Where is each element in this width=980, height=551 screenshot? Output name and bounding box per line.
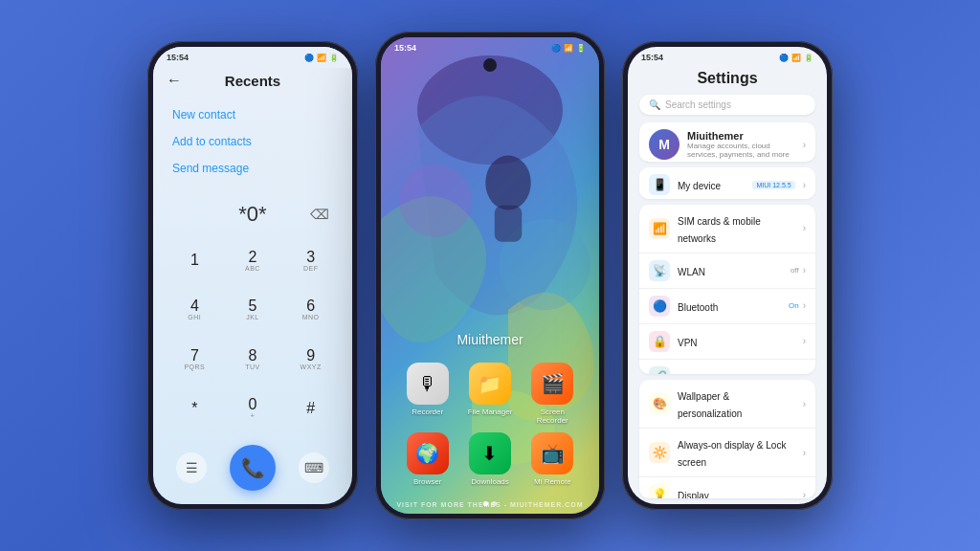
wallpaper-label: Wallpaper & personalization — [678, 391, 742, 419]
miremote-icon: 📺 — [531, 432, 573, 474]
recents-header: ← Recents — [153, 68, 352, 97]
chevron-right-icon: › — [803, 371, 806, 374]
dial-key-2[interactable]: 2ABC — [225, 238, 281, 282]
bluetooth-icon: 🔵 — [649, 296, 670, 317]
always-on-label: Always-on display & Lock screen — [678, 440, 786, 468]
chevron-right-icon: › — [803, 336, 806, 346]
sim-label: SIM cards & mobile networks — [678, 216, 761, 244]
dial-key-1[interactable]: 1 — [167, 238, 223, 282]
connection-text: Connection & sharing — [678, 368, 795, 375]
delete-button[interactable]: ⌫ — [310, 207, 329, 222]
call-button[interactable]: 📞 — [230, 445, 276, 491]
chevron-right-icon: › — [803, 180, 806, 190]
camera-notch — [483, 58, 497, 72]
dial-key-8[interactable]: 8TUV — [225, 337, 281, 381]
always-on-icon: 🔆 — [649, 442, 670, 463]
chevron-right-icon: › — [803, 140, 806, 150]
dial-key-9[interactable]: 9WXYZ — [282, 337, 339, 381]
chevron-right-icon: › — [803, 490, 806, 498]
dial-display: *0* ⌫ — [153, 187, 352, 234]
dial-pad: 1 2ABC 3DEF 4GHI 5JKL 6MNO 7PQRS 8TUV 9W… — [153, 234, 352, 437]
username-label: Miuithemer — [381, 332, 599, 355]
new-contact-button[interactable]: New contact — [172, 102, 333, 127]
sim-text: SIM cards & mobile networks — [678, 211, 795, 246]
wlan-label: WLAN — [678, 267, 705, 277]
account-info: Miuithemer Manage accounts, cloud servic… — [687, 130, 795, 159]
always-on-item[interactable]: 🔆 Always-on display & Lock screen › — [639, 429, 815, 477]
dial-key-0[interactable]: 0+ — [225, 386, 281, 430]
dial-key-4[interactable]: 4GHI — [167, 288, 223, 332]
my-device-item[interactable]: 📱 My device MIUI 12.5.5 › — [639, 167, 815, 198]
wlan-right: off › — [791, 265, 806, 276]
wallpaper-icon: 🎨 — [649, 393, 670, 414]
vpn-label: VPN — [678, 338, 698, 348]
app-recorder[interactable]: 🎙 Recorder — [400, 363, 455, 425]
time-2: 15:54 — [394, 43, 416, 53]
phone-settings: 15:54 🔵 📶 🔋 Settings 🔍 Search settings M… — [622, 41, 833, 510]
dial-key-hash[interactable]: # — [282, 386, 339, 430]
sim-networks-item[interactable]: 📶 SIM cards & mobile networks › — [639, 205, 815, 253]
vpn-item[interactable]: 🔒 VPN › — [639, 324, 815, 360]
app-grid: 🎙 Recorder 📁 File Manager 🎬 Screen Recor… — [381, 355, 599, 501]
account-section: M Miuithemer Manage accounts, cloud serv… — [639, 122, 815, 162]
add-to-contacts-button[interactable]: Add to contacts — [172, 129, 333, 154]
my-device-icon: 📱 — [649, 174, 670, 195]
dial-key-7[interactable]: 7PQRS — [167, 337, 223, 381]
wlan-status: off — [791, 266, 799, 275]
app-downloads[interactable]: ⬇ Downloads — [462, 432, 517, 486]
status-bar-2: 15:54 🔵 📶 🔋 — [381, 37, 599, 58]
my-device-label: My device — [678, 181, 721, 191]
connection-icon: 🔗 — [649, 366, 670, 375]
bluetooth-status: On — [789, 301, 799, 310]
search-icon: 🔍 — [649, 99, 660, 110]
browser-icon: 🌍 — [407, 432, 449, 474]
status-icons-2: 🔵 📶 🔋 — [551, 44, 586, 53]
miremote-label: Mi Remote — [534, 477, 571, 486]
my-device-text: My device — [678, 176, 745, 193]
status-bar-3: 15:54 🔵 📶 🔋 — [628, 47, 827, 68]
dial-key-3[interactable]: 3DEF — [282, 238, 339, 282]
time-3: 15:54 — [641, 53, 663, 62]
browser-label: Browser — [413, 477, 441, 486]
dial-key-5[interactable]: 5JKL — [225, 288, 281, 332]
account-item[interactable]: M Miuithemer Manage accounts, cloud serv… — [639, 122, 815, 162]
my-device-right: MIUI 12.5.5 › — [752, 180, 806, 190]
dial-key-star[interactable]: * — [167, 386, 223, 430]
send-message-button[interactable]: Send message — [172, 156, 333, 181]
display-item[interactable]: 💡 Display › — [639, 477, 815, 498]
watermark: VISIT FOR MORE THEMES - MIUITHEMER.COM — [381, 496, 599, 514]
screenrec-label: Screen Recorder — [525, 408, 580, 425]
always-on-text: Always-on display & Lock screen — [678, 435, 795, 470]
home-screen: Miuithemer 🎙 Recorder 📁 File Manager 🎬 S… — [381, 37, 599, 514]
bluetooth-item[interactable]: 🔵 Bluetooth On › — [639, 289, 815, 324]
app-browser[interactable]: 🌍 Browser — [400, 432, 455, 486]
account-sub: Manage accounts, cloud services, payment… — [687, 142, 795, 159]
wlan-item[interactable]: 📡 WLAN off › — [639, 253, 815, 289]
bluetooth-right: On › — [789, 300, 806, 311]
account-name: Miuithemer — [687, 130, 795, 142]
contacts-button[interactable]: ⌨ — [299, 452, 329, 483]
dial-key-6[interactable]: 6MNO — [282, 288, 339, 332]
app-file-manager[interactable]: 📁 File Manager — [462, 363, 517, 425]
back-button[interactable]: ← — [167, 72, 182, 89]
search-bar[interactable]: 🔍 Search settings — [639, 95, 815, 115]
connection-label: Connection & sharing — [678, 373, 769, 375]
status-icons-1: 🔵 📶 🔋 — [304, 54, 339, 62]
display-icon: 💡 — [649, 484, 670, 498]
wallpaper-item[interactable]: 🎨 Wallpaper & personalization › — [639, 380, 815, 429]
files-label: File Manager — [468, 408, 513, 416]
chevron-right-icon: › — [803, 265, 806, 276]
connection-sharing-item[interactable]: 🔗 Connection & sharing › — [639, 360, 815, 375]
vpn-text: VPN — [678, 333, 795, 350]
chevron-right-icon: › — [803, 223, 806, 233]
vpn-icon: 🔒 — [649, 331, 670, 352]
settings-title: Settings — [628, 68, 827, 95]
recorder-icon: 🎙 — [407, 363, 449, 405]
app-mi-remote[interactable]: 📺 Mi Remote — [525, 432, 580, 486]
avatar: M — [649, 129, 679, 160]
recents-actions: New contact Add to contacts Send message — [153, 97, 352, 187]
wlan-text: WLAN — [678, 262, 783, 279]
app-screen-recorder[interactable]: 🎬 Screen Recorder — [525, 363, 580, 425]
miui-badge: MIUI 12.5.5 — [752, 181, 794, 189]
dialpad-menu-button[interactable]: ☰ — [176, 452, 207, 483]
